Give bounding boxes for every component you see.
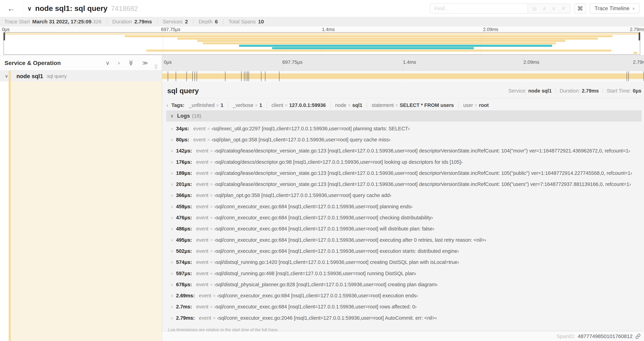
expand-log-icon[interactable]: › <box>171 182 172 187</box>
column-resizer-handle[interactable] <box>155 64 157 69</box>
span-timeline-cell[interactable] <box>162 71 644 82</box>
timeline-tick-label: 2.79ms <box>633 60 644 65</box>
log-marker-tick[interactable] <box>246 71 246 81</box>
expand-log-icon[interactable]: › <box>171 226 172 231</box>
log-row[interactable]: › 189μs: event = ‹sql/catalog/lease/desc… <box>166 168 642 179</box>
equals-sign: = <box>210 193 213 198</box>
log-marker-tick[interactable] <box>628 71 629 81</box>
next-result-icon[interactable]: ∨ <box>552 6 556 11</box>
log-row[interactable]: › 142μs: event = ‹sql/catalog/lease/desc… <box>166 145 642 156</box>
expand-log-icon[interactable]: › <box>171 171 172 176</box>
log-row[interactable]: › 2.79ms: event = ‹sql/conn_executor_exe… <box>166 312 642 323</box>
shortcuts-button[interactable]: ⌘ <box>574 4 586 14</box>
log-marker-tick[interactable] <box>192 71 193 81</box>
expand-log-icon[interactable]: › <box>171 237 172 243</box>
expand-log-icon[interactable]: › <box>171 304 172 309</box>
viewport-drag-handle-right[interactable] <box>639 33 640 40</box>
deep-link-icon[interactable] <box>635 333 641 339</box>
log-marker-tick[interactable] <box>194 71 195 81</box>
log-row[interactable]: › 176μs: event = ‹sql/catalog/descs/desc… <box>166 156 642 168</box>
expand-log-icon[interactable]: › <box>171 248 172 254</box>
collapse-span-icon[interactable]: ∨ <box>5 74 8 79</box>
span-name-cell[interactable]: ∨ node sql1 sql query <box>0 71 162 82</box>
timeline-tick-label: 0μs <box>164 60 172 65</box>
log-row[interactable]: › 80μs: event = ‹sql/plan_opt.go:358 [ns… <box>166 134 642 145</box>
expand-one-icon[interactable]: › <box>118 60 120 66</box>
expand-log-icon[interactable]: › <box>171 271 172 276</box>
log-row[interactable]: › 459μs: event = ‹sql/conn_executor_exec… <box>166 201 642 212</box>
equals-sign: = <box>475 103 477 108</box>
minimap-span-bar <box>203 42 556 44</box>
log-marker-tick[interactable] <box>186 71 187 81</box>
view-selector-button[interactable]: Trace Timeline ∨ <box>590 4 640 14</box>
trace-title-group[interactable]: ∨ node sql1: sql query 7418682 <box>27 4 138 13</box>
back-button[interactable]: ← <box>0 0 22 17</box>
expand-log-icon[interactable]: › <box>171 259 172 265</box>
log-timestamp: 80μs: <box>176 137 189 143</box>
find-input[interactable] <box>430 4 527 13</box>
log-marker-tick[interactable] <box>176 71 176 81</box>
viewport-drag-handle-left[interactable] <box>4 33 5 40</box>
log-row[interactable]: › 2.7ms: event = ‹sql/conn_executor_exec… <box>166 301 642 312</box>
expand-all-icon[interactable]: ≫ <box>142 60 148 66</box>
expand-log-icon[interactable]: › <box>171 315 172 321</box>
logs-header[interactable]: ∨ Logs (18) <box>166 111 642 121</box>
log-row[interactable]: › 495μs: event = ‹sql/conn_executor_exec… <box>166 234 642 245</box>
log-marker-tick[interactable] <box>627 71 627 81</box>
span-row[interactable]: ∨ node sql1 sql query <box>0 71 644 82</box>
expand-tags-icon[interactable]: › <box>166 102 168 108</box>
expand-log-icon[interactable]: › <box>171 159 172 165</box>
log-field-key: event <box>196 181 208 187</box>
log-row[interactable]: › 201μs: event = ‹sql/catalog/lease/desc… <box>166 179 642 190</box>
log-field-key: event <box>196 282 208 287</box>
expand-log-icon[interactable]: › <box>171 137 172 142</box>
expand-log-icon[interactable]: › <box>171 204 172 209</box>
clear-search-icon[interactable]: ✕ <box>562 6 566 11</box>
minimap-row <box>4 40 640 42</box>
log-row[interactable]: › 366μs: event = ‹sql/plan_opt.go:358 [n… <box>166 190 642 201</box>
log-marker-tick[interactable] <box>279 71 280 81</box>
tags-row[interactable]: › Tags: _unfinished = 1 _verbose = 1 <box>166 101 642 110</box>
log-marker-tick[interactable] <box>261 71 262 81</box>
log-marker-tick[interactable] <box>265 71 266 81</box>
log-field-value: ‹sql/plan_opt.go:358 [nsql1,client=127.0… <box>214 192 391 198</box>
log-marker-tick[interactable] <box>248 71 249 81</box>
log-row[interactable]: › 486μs: event = ‹sql/conn_executor_exec… <box>166 223 642 234</box>
log-marker-tick[interactable] <box>244 71 244 81</box>
log-row[interactable]: › 678μs: event = ‹sql/distsql_physical_p… <box>166 279 642 290</box>
log-row[interactable]: › 476μs: event = ‹sql/conn_executor_exec… <box>166 212 642 223</box>
log-marker-tick[interactable] <box>225 71 226 81</box>
log-timestamp: 459μs: <box>176 204 192 209</box>
log-marker-tick[interactable] <box>248 71 248 81</box>
log-row[interactable]: › 2.69ms: event = ‹sql/conn_executor_exe… <box>166 290 642 301</box>
collapse-logs-icon[interactable]: ∨ <box>170 113 174 119</box>
meta-item: Service: node sql1 <box>508 88 552 94</box>
summary-value: 6 <box>215 19 218 25</box>
trace-minimap[interactable] <box>4 32 640 55</box>
log-marker-tick[interactable] <box>168 71 168 81</box>
expand-log-icon[interactable]: › <box>171 193 172 198</box>
log-marker-tick[interactable] <box>241 71 242 81</box>
log-field-value: ‹sql/exec_util.go:2297 [nsql1,client=127… <box>212 126 410 132</box>
log-row[interactable]: › 502μs: event = ‹sql/conn_executor_exec… <box>166 245 642 257</box>
summary-item: Duration 2.79ms <box>102 19 152 25</box>
expand-log-icon[interactable]: › <box>171 293 172 298</box>
log-row[interactable]: › 34μs: event = ‹sql/exec_util.go:2297 [… <box>166 123 642 134</box>
prev-result-icon[interactable]: ∧ <box>542 6 546 11</box>
expand-log-icon[interactable]: › <box>171 215 172 220</box>
span-duration-bar[interactable] <box>162 74 644 79</box>
collapse-all-icon[interactable]: ≫ <box>128 60 134 66</box>
expand-log-icon[interactable]: › <box>171 282 172 287</box>
expand-log-icon[interactable]: › <box>171 148 172 154</box>
log-field-key: event <box>196 304 208 310</box>
collapse-one-icon[interactable]: ∨ <box>106 60 110 66</box>
match-highlight-icon[interactable]: ◎ <box>532 6 536 11</box>
tag-item: node = sql1 <box>326 102 362 108</box>
collapse-trace-icon[interactable]: ∨ <box>27 5 32 12</box>
expand-log-icon[interactable]: › <box>171 126 172 131</box>
log-marker-tick[interactable] <box>197 71 197 81</box>
log-row[interactable]: › 597μs: event = ‹sql/distsql_running.go… <box>166 268 642 279</box>
log-field-key: event <box>196 271 208 276</box>
log-field-value: ‹sql/conn_executor_exec.go:684 [nsql1,cl… <box>214 248 459 254</box>
log-row[interactable]: › 574μs: event = ‹sql/distsql_running.go… <box>166 257 642 268</box>
